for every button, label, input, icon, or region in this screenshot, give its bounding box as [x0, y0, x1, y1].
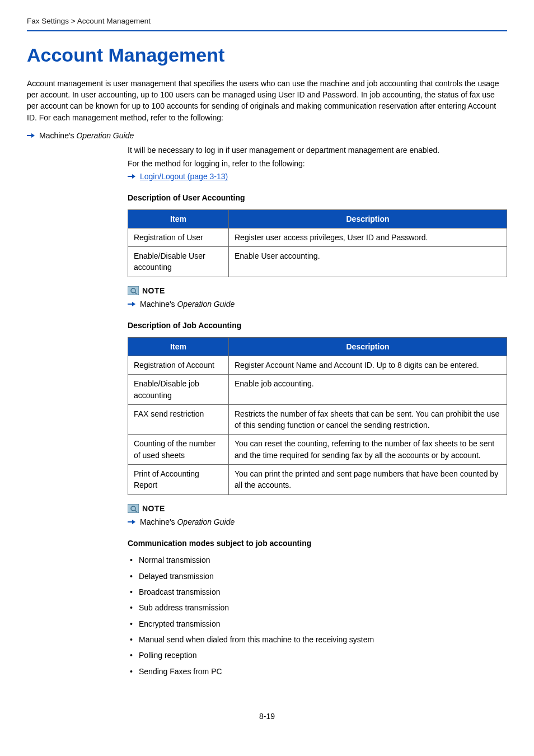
guide-text: Machine's Operation Guide [140, 516, 235, 528]
cell-item: FAX send restriction [128, 404, 229, 435]
cell-desc: Register Account Name and Account ID. Up… [229, 356, 507, 374]
job-accounting-table: Item Description Registration of Account… [128, 337, 507, 495]
table-row: Registration of User Register user acces… [128, 228, 507, 246]
cell-item: Enable/Disable User accounting [128, 247, 229, 277]
arrow-right-icon [128, 174, 135, 179]
arrow-right-icon [27, 133, 35, 138]
list-item: Delayed transmission [128, 571, 507, 582]
arrow-right-icon [128, 301, 135, 307]
guide-reference-note2: Machine's Operation Guide [128, 516, 507, 528]
comm-modes-heading: Communication modes subject to job accou… [128, 538, 507, 549]
svg-rect-0 [128, 286, 139, 295]
cell-desc: You can reset the counting, referring to… [229, 435, 507, 465]
page-title: Account Management [27, 41, 507, 69]
note-label: NOTE [142, 285, 165, 296]
list-item: Normal transmission [128, 554, 507, 566]
note-block-1: NOTE Machine's Operation Guide [128, 285, 507, 310]
svg-rect-3 [128, 504, 139, 513]
intro-paragraph: Account management is user management th… [27, 78, 507, 123]
list-item: Manual send when dialed from this machin… [128, 634, 507, 645]
job-accounting-heading: Description of Job Accounting [128, 320, 507, 331]
table-row: Registration of Account Register Account… [128, 356, 507, 374]
guide-reference-note1: Machine's Operation Guide [128, 298, 507, 310]
note-label: NOTE [142, 503, 165, 514]
login-logout-link[interactable]: Login/Logout (page 3-13) [140, 171, 228, 182]
list-item: Broadcast transmission [128, 586, 507, 598]
guide-reference-top: Machine's Operation Guide [27, 130, 507, 141]
table-row: Enable/Disable User accounting Enable Us… [128, 247, 507, 277]
page-number: 8-19 [27, 711, 507, 722]
cell-desc: Enable User accounting. [229, 247, 507, 277]
note-icon [128, 504, 139, 513]
cell-desc: Restricts the number of fax sheets that … [229, 404, 507, 435]
login-note-line2: For the method for logging in, refer to … [128, 158, 507, 169]
table-row: FAX send restriction Restricts the numbe… [128, 404, 507, 435]
login-link-row: Login/Logout (page 3-13) [128, 171, 507, 182]
cell-desc: Register user access privileges, User ID… [229, 228, 507, 246]
note-block-2: NOTE Machine's Operation Guide [128, 503, 507, 528]
cell-item: Print of Accounting Report [128, 464, 229, 494]
breadcrumb: Fax Settings > Account Management [27, 16, 507, 31]
cell-item: Counting of the number of used sheets [128, 435, 229, 465]
guide-text: Machine's Operation Guide [39, 130, 134, 141]
cell-item: Registration of User [128, 228, 229, 246]
user-accounting-table: Item Description Registration of User Re… [128, 209, 507, 277]
login-note-line1: It will be necessary to log in if user m… [128, 144, 507, 156]
list-item: Encrypted transmission [128, 618, 507, 629]
table-row: Print of Accounting Report You can print… [128, 464, 507, 494]
cell-desc: Enable job accounting. [229, 375, 507, 405]
list-item: Polling reception [128, 650, 507, 661]
guide-text: Machine's Operation Guide [140, 298, 235, 310]
list-item: Sending Faxes from PC [128, 666, 507, 677]
cell-item: Registration of Account [128, 356, 229, 374]
cell-desc: You can print the printed and sent page … [229, 464, 507, 494]
table-row: Enable/Disable job accounting Enable job… [128, 375, 507, 405]
user-accounting-heading: Description of User Accounting [128, 192, 507, 203]
comm-modes-list: Normal transmission Delayed transmission… [128, 554, 507, 676]
table-row: Counting of the number of used sheets Yo… [128, 435, 507, 465]
th-description: Description [229, 209, 507, 228]
th-description: Description [229, 337, 507, 356]
list-item: Sub address transmission [128, 602, 507, 613]
th-item: Item [128, 209, 229, 228]
note-icon [128, 286, 139, 295]
th-item: Item [128, 337, 229, 356]
arrow-right-icon [128, 519, 135, 525]
cell-item: Enable/Disable job accounting [128, 375, 229, 405]
